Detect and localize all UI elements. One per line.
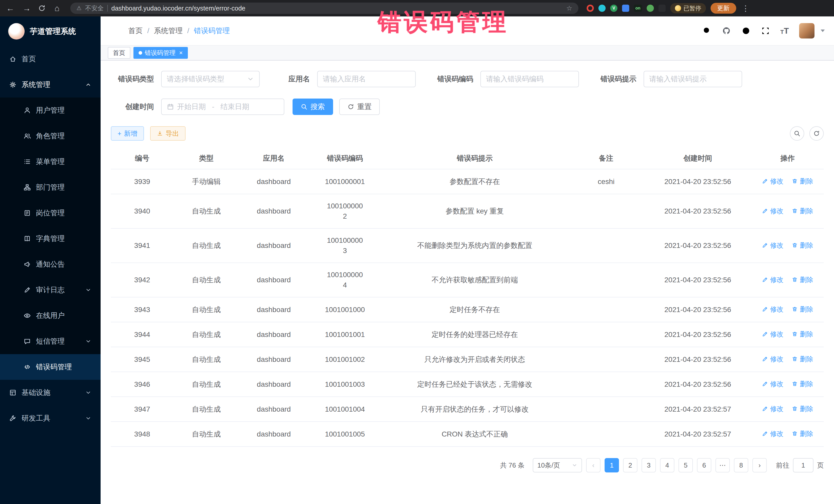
github-icon[interactable]	[722, 26, 731, 36]
delete-link[interactable]: 删除	[792, 275, 813, 285]
avatar-chevron-down-icon[interactable]	[821, 29, 825, 32]
goto-page-input[interactable]	[793, 458, 813, 473]
reload-icon[interactable]	[38, 4, 46, 12]
search-icon[interactable]	[702, 26, 711, 36]
back-icon[interactable]: ←	[5, 4, 15, 13]
avatar[interactable]	[799, 23, 814, 39]
reset-button[interactable]: 重置	[339, 98, 380, 115]
edit-link[interactable]: 修改	[762, 240, 784, 250]
delete-link[interactable]: 删除	[792, 404, 813, 414]
sidebar-item-positions[interactable]: 岗位管理	[0, 200, 101, 226]
sidebar-item-online-users[interactable]: 在线用户	[0, 303, 101, 328]
edit-link[interactable]: 修改	[762, 329, 784, 339]
page-button-2[interactable]: 2	[623, 458, 637, 473]
edit-link[interactable]: 修改	[762, 354, 784, 364]
fullscreen-icon[interactable]	[761, 26, 770, 36]
edit-link[interactable]: 修改	[762, 379, 784, 389]
extension-icon-2[interactable]	[598, 5, 606, 12]
page-size-select[interactable]: 10条/页	[533, 458, 582, 473]
page-button-5[interactable]: 5	[679, 458, 693, 473]
font-size-icon[interactable]: TT	[781, 27, 789, 35]
delete-link[interactable]: 删除	[792, 429, 813, 439]
sidebar-item-error-codes[interactable]: 错误码管理	[0, 354, 101, 380]
delete-link[interactable]: 删除	[792, 240, 813, 250]
help-icon[interactable]	[741, 26, 751, 36]
edit-link[interactable]: 修改	[762, 275, 784, 285]
profile-paused-badge[interactable]: 已暂停	[670, 3, 706, 13]
sidebar-item-announcements[interactable]: 通知公告	[0, 251, 101, 277]
cell-time: 2021-04-20 23:52:56	[644, 322, 751, 347]
sidebar-item-departments[interactable]: 部门管理	[0, 175, 101, 200]
extension-icon-1[interactable]	[587, 5, 594, 12]
address-bar[interactable]: ⚠ 不安全 dashboard.yudao.iocoder.cn/system/…	[70, 3, 578, 14]
cell-app: dashboard	[239, 322, 308, 347]
page-button-4[interactable]: 4	[660, 458, 674, 473]
update-button[interactable]: 更新	[710, 3, 736, 14]
delete-link[interactable]: 删除	[792, 329, 813, 339]
sidebar-item-users[interactable]: 用户管理	[0, 97, 101, 123]
browser-home-icon[interactable]: ⌂	[52, 4, 62, 13]
extensions-area: V on 已暂停 更新 ⋮	[587, 3, 750, 14]
edit-link[interactable]: 修改	[762, 404, 784, 414]
sidebar-item-devtools[interactable]: 研发工具	[0, 406, 101, 431]
edit-link[interactable]: 修改	[762, 206, 784, 216]
delete-link[interactable]: 删除	[792, 379, 813, 389]
cell-type: 手动编辑	[174, 169, 239, 194]
add-button[interactable]: + 新增	[111, 126, 144, 140]
prev-page-button[interactable]: ‹	[586, 458, 600, 473]
delete-link[interactable]: 删除	[792, 304, 813, 314]
toggle-search-button[interactable]	[790, 126, 804, 140]
extension-icon-5[interactable]: on	[634, 5, 642, 12]
more-pages-button[interactable]: ⋯	[716, 458, 730, 473]
not-secure-label[interactable]: 不安全	[85, 4, 104, 12]
breadcrumb-home[interactable]: 首页	[128, 26, 143, 36]
sidebar-item-sms[interactable]: 短信管理	[0, 328, 101, 354]
page-button-8[interactable]: 8	[734, 458, 748, 473]
error-type-select[interactable]: 请选择错误码类型	[161, 71, 260, 87]
extension-icon-3[interactable]: V	[610, 5, 617, 12]
extension-icon-6[interactable]	[647, 5, 654, 12]
wrench-icon	[9, 415, 17, 422]
sidebar-item-infrastructure[interactable]: 基础设施	[0, 380, 101, 406]
edit-link[interactable]: 修改	[762, 429, 784, 439]
delete-link[interactable]: 删除	[792, 206, 813, 216]
export-button[interactable]: 导出	[150, 126, 185, 140]
tab-home[interactable]: 首页	[108, 47, 130, 59]
tab-error-codes[interactable]: 错误码管理 ×	[133, 47, 188, 59]
sidebar-item-menus[interactable]: 菜单管理	[0, 149, 101, 175]
extension-icon-4[interactable]	[622, 5, 629, 12]
hamburger-icon[interactable]	[110, 26, 120, 36]
page-button-3[interactable]: 3	[641, 458, 656, 473]
sidebar-item-dictionary[interactable]: 字典管理	[0, 226, 101, 251]
sidebar-item-audit-logs[interactable]: 审计日志	[0, 277, 101, 303]
delete-link[interactable]: 删除	[792, 176, 813, 186]
delete-link[interactable]: 删除	[792, 354, 813, 364]
breadcrumb-system[interactable]: 系统管理	[154, 26, 183, 36]
error-code-input[interactable]	[486, 75, 573, 83]
date-range-picker[interactable]: 开始日期 - 结束日期	[161, 98, 284, 115]
page-button-6[interactable]: 6	[697, 458, 711, 473]
url-text[interactable]: dashboard.yudao.iocoder.cn/system/error-…	[111, 5, 563, 12]
close-icon[interactable]: ×	[179, 49, 183, 57]
refresh-table-button[interactable]	[809, 126, 824, 140]
next-page-button[interactable]: ›	[752, 458, 767, 473]
forward-icon[interactable]: →	[22, 4, 32, 13]
table-header: 编号 类型 应用名 错误码编码 错误码提示 备注 创建时间 操作	[111, 148, 824, 169]
sidebar-item-roles[interactable]: 角色管理	[0, 123, 101, 149]
search-button[interactable]: 搜索	[292, 98, 333, 115]
extension-icon-7[interactable]	[658, 5, 666, 12]
breadcrumb-current[interactable]: 错误码管理	[194, 26, 230, 36]
trash-icon	[792, 406, 798, 412]
gear-icon	[9, 81, 17, 88]
eye-icon	[24, 312, 31, 319]
app-name-input[interactable]	[323, 75, 410, 83]
page-button-1[interactable]: 1	[605, 458, 619, 473]
bookmark-star-icon[interactable]: ☆	[566, 4, 572, 12]
edit-link[interactable]: 修改	[762, 304, 784, 314]
edit-link[interactable]: 修改	[762, 176, 784, 186]
sidebar-item-system[interactable]: 系统管理	[0, 72, 101, 97]
error-hint-input[interactable]	[649, 75, 737, 83]
sidebar-item-home[interactable]: 首页	[0, 46, 101, 72]
logo[interactable]: 芋道管理系统	[0, 17, 101, 46]
browser-menu-icon[interactable]: ⋮	[742, 4, 750, 13]
